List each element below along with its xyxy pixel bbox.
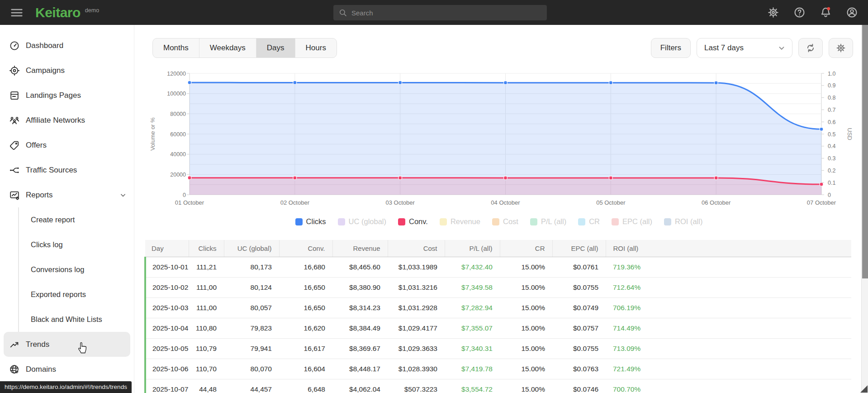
sidebar-item-label: Domains bbox=[26, 365, 56, 374]
legend-item-cr[interactable]: CR bbox=[578, 217, 600, 226]
scrollbar-thumb[interactable] bbox=[862, 25, 868, 278]
svg-text:02 October: 02 October bbox=[280, 199, 310, 206]
sidebar-item-label: Trends bbox=[26, 340, 49, 349]
table-header-row: DayClicksUC (global)Conv.RevenueCostP/L … bbox=[145, 240, 851, 257]
sidebar-item-landings-pages[interactable]: Landings Pages bbox=[0, 83, 134, 108]
table-cell: $1,029.4177 bbox=[388, 318, 445, 339]
svg-text:0: 0 bbox=[828, 192, 831, 198]
menu-icon[interactable] bbox=[10, 6, 24, 19]
search-input[interactable] bbox=[351, 9, 542, 17]
legend-label: P/L (all) bbox=[541, 217, 566, 226]
svg-text:04 October: 04 October bbox=[491, 199, 520, 206]
table-cell: 16,604 bbox=[279, 359, 332, 379]
table-cell: $8,465.60 bbox=[332, 257, 388, 278]
legend-item-clicks[interactable]: Clicks bbox=[295, 217, 326, 226]
chart-legend: ClicksUC (global)Conv.RevenueCostP/L (al… bbox=[144, 217, 854, 227]
table-cell: 706.19% bbox=[606, 298, 851, 318]
legend-label: Conv. bbox=[409, 217, 428, 226]
trends-chart: 02000040000600008000010000012000000.10.2… bbox=[144, 63, 861, 213]
sidebar-item-trends[interactable]: Trends bbox=[4, 332, 130, 357]
sidebar-item-dashboard[interactable]: Dashboard bbox=[0, 33, 134, 58]
table-row: 2025-10-02111,0080,12416,650$8,380.90$1,… bbox=[145, 278, 851, 298]
legend-swatch bbox=[440, 218, 447, 225]
date-range-select[interactable]: Last 7 days bbox=[697, 38, 792, 58]
domains-icon bbox=[9, 364, 20, 375]
legend-swatch bbox=[578, 218, 585, 225]
legend-item-uc-global[interactable]: UC (global) bbox=[338, 217, 386, 226]
sidebar-item-traffic-sources[interactable]: Traffic Sources bbox=[0, 158, 134, 182]
resize-corner bbox=[860, 385, 868, 393]
sidebar-item-domains[interactable]: Domains bbox=[0, 357, 134, 382]
legend-item-epc-all[interactable]: EPC (all) bbox=[612, 217, 652, 226]
refresh-button[interactable] bbox=[798, 38, 823, 58]
sidebar-item-reports[interactable]: Reports bbox=[0, 182, 134, 207]
table-cell: 2025-10-06 bbox=[145, 359, 189, 379]
svg-text:06 October: 06 October bbox=[702, 199, 731, 206]
user-account-icon[interactable] bbox=[846, 6, 858, 19]
legend-item-conv[interactable]: Conv. bbox=[398, 217, 428, 226]
tab-days[interactable]: Days bbox=[256, 38, 295, 58]
sidebar-subitem-conversions-log[interactable]: Conversions log bbox=[0, 257, 134, 282]
reports-icon bbox=[9, 190, 20, 201]
filters-button[interactable]: Filters bbox=[651, 38, 691, 58]
notifications-bell-icon[interactable] bbox=[820, 6, 832, 19]
legend-item-revenue[interactable]: Revenue bbox=[440, 217, 480, 226]
table-cell: 15.00% bbox=[500, 359, 552, 379]
chart-settings-button[interactable] bbox=[829, 38, 853, 58]
column-header-revenue[interactable]: Revenue bbox=[332, 240, 388, 257]
legend-item-cost[interactable]: Cost bbox=[492, 217, 518, 226]
column-header-epc-all[interactable]: EPC (all) bbox=[552, 240, 606, 257]
app-logo[interactable]: Keitaro bbox=[35, 5, 81, 20]
table-cell: $3,554.72 bbox=[445, 379, 500, 393]
campaigns-icon bbox=[9, 65, 20, 76]
svg-text:0.4: 0.4 bbox=[828, 143, 835, 149]
table-cell: $8,448.17 bbox=[332, 359, 388, 379]
vertical-scrollbar bbox=[861, 25, 868, 393]
sidebar-item-label: Traffic Sources bbox=[26, 166, 77, 175]
table-cell: 111,00 bbox=[189, 298, 224, 318]
tab-weekdays[interactable]: Weekdays bbox=[199, 38, 256, 58]
column-header-roi-all[interactable]: ROI (all) bbox=[606, 240, 851, 257]
column-header-p-l-all[interactable]: P/L (all) bbox=[445, 240, 500, 257]
tab-hours[interactable]: Hours bbox=[295, 38, 337, 58]
table-cell: 2025-10-07 bbox=[145, 379, 189, 393]
sidebar-item-campaigns[interactable]: Campaigns bbox=[0, 58, 134, 83]
topbar: Keitaro demo bbox=[0, 0, 868, 25]
trends-icon bbox=[9, 339, 20, 350]
table-cell: $1,033.1989 bbox=[388, 257, 445, 278]
granularity-tabs: MonthsWeekdaysDaysHours bbox=[152, 38, 337, 58]
help-icon[interactable] bbox=[793, 6, 806, 19]
column-header-cost[interactable]: Cost bbox=[388, 240, 445, 257]
table-cell: $1,028.3930 bbox=[388, 359, 445, 379]
column-header-uc-global[interactable]: UC (global) bbox=[224, 240, 279, 257]
traffic-sources-icon bbox=[9, 165, 20, 176]
sidebar-subitem-clicks-log[interactable]: Clicks log bbox=[0, 232, 134, 257]
column-header-clicks[interactable]: Clicks bbox=[189, 240, 224, 257]
landing-pages-icon bbox=[9, 90, 20, 101]
refresh-icon bbox=[805, 43, 816, 53]
table-cell: $7,282.94 bbox=[445, 298, 500, 318]
svg-text:0.1: 0.1 bbox=[828, 180, 835, 186]
column-header-conv[interactable]: Conv. bbox=[279, 240, 332, 257]
sidebar-subitem-create-report[interactable]: Create report bbox=[0, 207, 134, 232]
legend-swatch bbox=[664, 218, 671, 225]
table-cell: 80,124 bbox=[224, 278, 279, 298]
legend-label: ROI (all) bbox=[675, 217, 702, 226]
table-cell: $8,314.23 bbox=[332, 298, 388, 318]
legend-item-p-l-all[interactable]: P/L (all) bbox=[530, 217, 566, 226]
table-cell: $8,369.67 bbox=[332, 339, 388, 359]
tab-months[interactable]: Months bbox=[153, 38, 199, 58]
legend-item-roi-all[interactable]: ROI (all) bbox=[664, 217, 702, 226]
sidebar-item-affiliate-networks[interactable]: Affiliate Networks bbox=[0, 108, 134, 133]
column-header-day[interactable]: Day bbox=[145, 240, 189, 257]
svg-text:01 October: 01 October bbox=[175, 199, 204, 206]
column-header-cr[interactable]: CR bbox=[500, 240, 552, 257]
table-cell: 44,457 bbox=[224, 379, 279, 393]
sidebar-item-offers[interactable]: Offers bbox=[0, 133, 134, 158]
settings-gear-icon[interactable] bbox=[767, 6, 779, 19]
table-cell: $8,384.49 bbox=[332, 318, 388, 339]
sidebar-subitem-exported-reports[interactable]: Exported reports bbox=[0, 282, 134, 307]
table-cell: 16,617 bbox=[279, 339, 332, 359]
dashboard-icon bbox=[9, 40, 20, 51]
sidebar-subitem-black-and-white-lists[interactable]: Black and White Lists bbox=[0, 307, 134, 332]
